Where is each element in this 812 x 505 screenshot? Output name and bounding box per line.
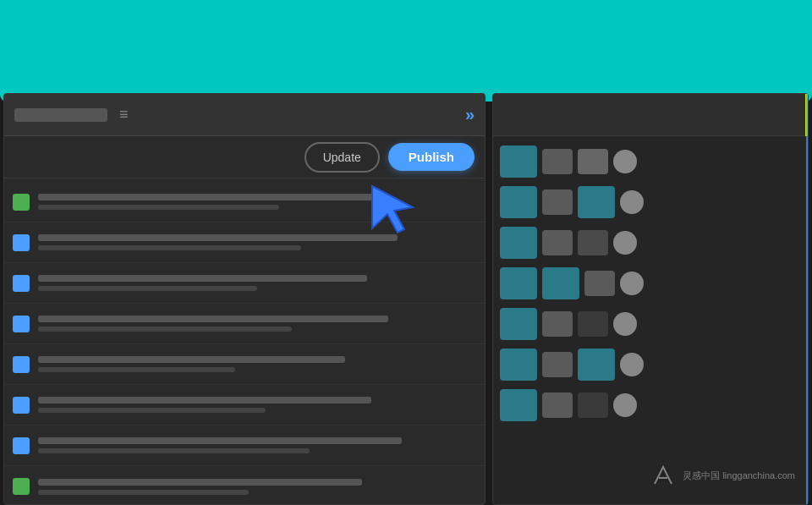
item-color-indicator <box>13 234 30 251</box>
item-content <box>38 479 476 495</box>
right-panel-header <box>493 94 808 136</box>
grid-cell-teal[interactable] <box>500 389 537 421</box>
blue-vertical-line <box>806 94 808 504</box>
item-content <box>38 356 476 372</box>
item-color-indicator <box>13 478 30 495</box>
grid-cell-teal[interactable] <box>578 349 615 381</box>
grid-area <box>493 136 808 431</box>
grid-cell-teal[interactable] <box>500 145 537 178</box>
svg-marker-0 <box>372 186 413 233</box>
item-line-sub <box>38 408 266 413</box>
grid-row <box>500 265 801 302</box>
item-line-sub <box>38 448 310 453</box>
grid-circle <box>613 150 637 173</box>
watermark-text: 灵感中国 lingganchina.com <box>683 469 795 482</box>
list-item[interactable] <box>4 344 485 385</box>
grid-cell-teal[interactable] <box>500 267 537 299</box>
grid-cell-grey[interactable] <box>542 392 573 418</box>
item-content <box>38 437 476 453</box>
grid-cell-teal[interactable] <box>500 186 537 218</box>
grid-cell-grey[interactable] <box>578 230 608 255</box>
grid-row <box>500 346 801 383</box>
right-panel <box>492 93 809 505</box>
grid-cell-grey[interactable] <box>542 352 573 377</box>
item-line-main <box>38 437 402 444</box>
item-line-main <box>38 316 388 322</box>
item-line-sub <box>38 490 249 495</box>
item-content <box>38 397 476 413</box>
list-item[interactable] <box>4 466 485 505</box>
grid-cell-teal[interactable] <box>500 308 537 340</box>
grid-row <box>500 143 801 180</box>
grid-cell-grey[interactable] <box>542 311 573 337</box>
grid-circle <box>620 190 644 214</box>
grid-row <box>500 305 801 343</box>
item-line-main <box>38 194 380 200</box>
grid-cell-dark[interactable] <box>578 392 608 418</box>
item-color-indicator <box>13 316 30 332</box>
item-color-indicator <box>13 437 30 454</box>
left-panel-header: ≡ » <box>4 94 485 136</box>
grid-circle <box>613 393 637 417</box>
list-item[interactable] <box>4 263 485 304</box>
grid-circle <box>613 312 637 336</box>
item-line-sub <box>38 327 292 332</box>
teal-header-bar <box>0 0 812 102</box>
grid-row <box>500 184 801 221</box>
grid-cell-dark[interactable] <box>578 311 608 337</box>
item-content <box>38 275 476 291</box>
item-line-main <box>38 275 367 282</box>
logo-bar <box>14 108 107 122</box>
grid-cell-grey[interactable] <box>542 149 573 174</box>
grid-cell-teal[interactable] <box>542 267 579 299</box>
item-line-main <box>38 479 362 486</box>
grid-cell-dark[interactable] <box>578 149 608 174</box>
publish-button[interactable]: Publish <box>388 143 475 171</box>
item-content <box>38 316 476 332</box>
grid-cell-grey[interactable] <box>542 189 573 215</box>
update-button[interactable]: Update <box>304 142 380 173</box>
grid-row <box>500 224 801 261</box>
item-line-sub <box>38 286 257 291</box>
grid-circle <box>613 231 637 255</box>
grid-cell-teal[interactable] <box>578 186 615 218</box>
grid-cell-grey[interactable] <box>584 271 615 296</box>
item-line-main <box>38 234 398 241</box>
watermark: 灵感中国 lingganchina.com <box>650 463 795 488</box>
menu-icon[interactable]: ≡ <box>119 106 129 124</box>
fast-forward-icon[interactable]: » <box>465 105 475 124</box>
grid-row <box>500 387 801 424</box>
grid-cell-teal[interactable] <box>500 227 537 259</box>
item-line-sub <box>38 245 301 250</box>
list-item[interactable] <box>4 304 485 344</box>
list-item[interactable] <box>4 425 485 466</box>
grid-cell-teal[interactable] <box>500 349 537 381</box>
item-line-main <box>38 397 371 403</box>
item-color-indicator <box>13 356 30 373</box>
list-item[interactable] <box>4 385 485 425</box>
item-color-indicator <box>13 194 30 211</box>
main-container: ≡ » Update Publish <box>0 93 812 505</box>
toolbar: Update Publish <box>4 136 485 178</box>
item-line-sub <box>38 367 235 372</box>
item-line-sub <box>38 205 279 210</box>
left-panel: ≡ » Update Publish <box>3 93 486 505</box>
item-line-main <box>38 356 345 363</box>
item-color-indicator <box>13 397 30 414</box>
grid-cell-grey[interactable] <box>542 230 573 255</box>
grid-circle <box>620 353 644 376</box>
item-color-indicator <box>13 275 30 292</box>
grid-circle <box>620 272 644 295</box>
